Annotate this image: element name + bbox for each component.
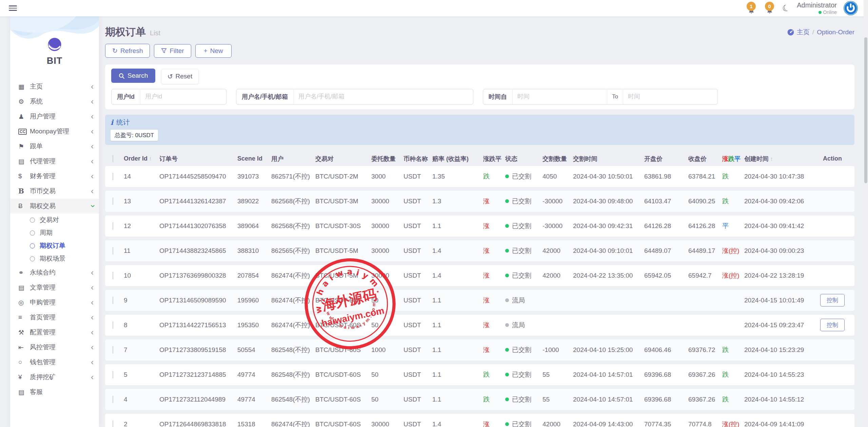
sidebar-item-主页[interactable]: ▦主页‹ [10,79,99,94]
sidebar-item-币币交易[interactable]: B币币交易‹ [10,184,99,199]
dark-mode-moon-icon[interactable]: ☾ [781,3,791,14]
sidebar-item-首页管理[interactable]: ≡首页管理‹ [10,310,99,325]
message-bell-icon[interactable]: 0 [764,1,775,15]
row-checkbox[interactable] [113,321,113,329]
select-all-checkbox[interactable] [113,155,113,162]
sidebar-item-跟单[interactable]: ⚑跟单‹ [10,139,99,154]
row-checkbox[interactable] [113,421,113,427]
message-count-badge: 0 [765,2,774,11]
header-char: 涨 [722,155,728,162]
result-value: 跌 [722,198,729,205]
chevron-left-icon: ‹ [91,97,94,106]
sidebar-item-财务管理[interactable]: $财务管理‹ [10,169,99,184]
sidebar-item-申购管理[interactable]: ◎申购管理‹ [10,295,99,310]
row-checkbox[interactable] [113,222,113,230]
status-badge: 已交割 [505,172,542,181]
sidebar-item-用户管理[interactable]: ♟用户管理‹ [10,109,99,124]
cell-id: 5 [124,371,159,378]
sidebar-item-客服[interactable]: ▤客服 [10,385,99,400]
cell-amount: 50 [371,321,403,329]
sidebar-item-label: 风控管理 [30,343,91,352]
column-header-10: 状态 [505,155,542,163]
sort-ascending-icon[interactable]: ↑ [149,155,152,162]
hamburger-menu-icon[interactable] [9,4,17,12]
notification-bell-icon[interactable]: 1 [746,1,757,15]
user-name-input[interactable] [294,93,473,100]
row-checkbox[interactable] [113,297,113,304]
cell-close: 64489.17 [688,247,722,255]
status-badge: 已交割 [505,370,542,379]
new-button[interactable]: + New [195,44,232,58]
cell-result: 跌 [722,172,744,181]
direction-value: 涨 [483,247,490,254]
sidebar-subitem-交易对[interactable]: 交易对 [10,214,99,226]
row-checkbox[interactable] [113,346,113,354]
sidebar-item-配置管理[interactable]: ⚒配置管理‹ [10,325,99,340]
sidebar-item-质押挖矿[interactable]: ¥质押挖矿‹ [10,370,99,385]
cell-settle-qty: 4050 [542,173,573,180]
cell-settle-time: 2024-04-30 09:42:31 [573,222,644,230]
cell-pair: BTC/USDT-60S [315,396,371,403]
control-button[interactable]: 控制 [820,319,845,331]
cell-amount: 1000 [371,346,403,354]
user-id-input[interactable] [140,93,226,100]
radio-circle-icon [30,230,35,236]
control-button[interactable]: 控制 [820,294,845,307]
search-button[interactable]: Search [111,69,155,83]
cell-status: 已交割 [505,246,542,255]
table-row: 2OP171264486983381815318862474(不控)BTC/US… [105,414,854,427]
status-badge: 流局 [505,321,542,330]
row-checkbox[interactable] [113,371,113,378]
search-icon [119,73,124,79]
direction-value: 涨 [483,222,490,229]
cell-order-no: OP1714438823245865 [159,247,237,255]
filter-button[interactable]: Filter [154,44,191,58]
cell-pair: BTC/USDT-60S [315,421,371,427]
result-value: 跌 [722,396,729,403]
breadcrumb-home-link[interactable]: 主页 [797,28,810,37]
time-from-input[interactable] [513,93,607,100]
row-checkbox[interactable] [113,247,113,255]
sidebar-subitem-周期[interactable]: 周期 [10,226,99,239]
sidebar-item-钱包管理[interactable]: ○钱包管理‹ [10,355,99,370]
dollar-icon: $ [18,172,30,180]
cell-order-no: OP1713144227156513 [159,321,237,329]
row-checkbox[interactable] [113,198,113,205]
row-checkbox[interactable] [113,396,113,403]
sidebar-subitem-期权订单[interactable]: 期权订单 [10,239,99,252]
refresh-button[interactable]: ↻ Refresh [105,44,150,58]
cell-settle-time: 2024-04-22 13:35:00 [573,272,644,279]
column-header-6: 委托数量 [371,155,403,163]
cell-odds: 1.1 [432,297,483,304]
sort-ascending-icon[interactable]: ↑ [770,156,773,162]
row-checkbox[interactable] [113,173,113,180]
cell-id: 9 [124,297,159,304]
cell-coin: USDT [403,421,432,427]
reset-button[interactable]: ↺ Reset [161,69,199,84]
status-dot [505,373,509,376]
cell-dir: 跌 [483,172,505,181]
status-label: 已交割 [512,271,531,280]
sidebar-item-Moonpay管理[interactable]: CCMoonpay管理‹ [10,124,99,139]
status-dot [505,397,509,401]
result-value: 跌 [722,173,729,180]
sidebar-item-永续合约[interactable]: ⚭永续合约‹ [10,265,99,280]
sidebar-item-风控管理[interactable]: ⇤风控管理‹ [10,340,99,355]
sidebar-item-代理管理[interactable]: ▤代理管理‹ [10,154,99,169]
cell-open: 65942.05 [644,272,688,279]
row-checkbox[interactable] [113,272,113,279]
sidebar-item-文章管理[interactable]: ▤文章管理‹ [10,280,99,295]
chevron-left-icon: ‹ [91,373,94,381]
scrollbar-thumb[interactable] [864,37,867,183]
sidebar-item-期权交易[interactable]: Ƀ期权交易‹ [10,199,99,214]
column-header-16: 创建时间↑ [744,155,810,163]
sidebar-item-系统[interactable]: ⚙系统‹ [10,94,99,109]
cell-odds: 1.4 [432,421,483,427]
cell-status: 已交割 [505,197,542,206]
sidebar-item-label: 期权交易 [30,202,91,210]
direction-value: 跌 [483,371,490,378]
time-to-input[interactable] [623,93,717,100]
column-header-17: Action [810,155,854,162]
logout-power-avatar[interactable] [844,1,858,15]
sidebar-subitem-期权场景[interactable]: 期权场景 [10,252,99,265]
